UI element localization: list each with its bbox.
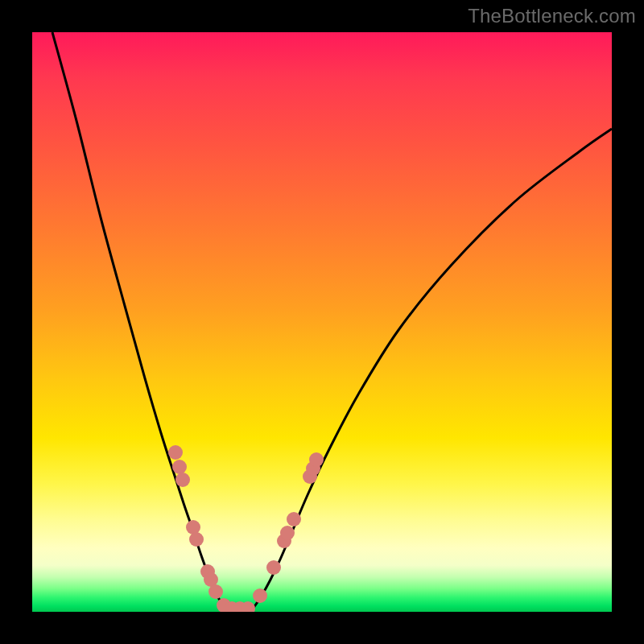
data-point <box>309 452 324 467</box>
dot-group <box>168 445 324 612</box>
data-point <box>175 473 190 487</box>
chart-frame: TheBottleneck.com <box>0 0 644 644</box>
watermark-text: TheBottleneck.com <box>468 5 636 27</box>
data-point <box>253 588 267 603</box>
data-point <box>266 560 281 575</box>
plot-area <box>32 32 612 612</box>
data-point <box>287 512 301 526</box>
data-point <box>168 445 183 460</box>
curve-layer <box>32 32 612 612</box>
curve-group <box>52 32 612 608</box>
data-point <box>172 460 187 474</box>
data-point <box>280 526 295 540</box>
curve-left-branch <box>52 32 225 608</box>
curve-right-branch <box>254 129 612 608</box>
data-point <box>208 584 223 599</box>
data-point <box>189 532 204 547</box>
